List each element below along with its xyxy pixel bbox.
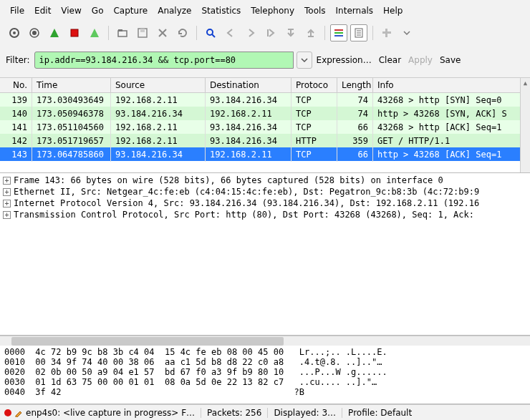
go-back-icon[interactable] — [222, 24, 239, 41]
table-row[interactable]: 141173.051104560192.168.2.1193.184.216.3… — [0, 120, 530, 134]
menu-go[interactable]: Go — [87, 4, 108, 17]
status-displayed: Displayed: 3… — [267, 408, 336, 418]
scroll-up-icon[interactable]: ▲ — [521, 78, 530, 88]
auto-scroll-icon[interactable] — [350, 24, 367, 41]
menu-capture[interactable]: Capture — [109, 4, 152, 17]
svg-rect-14 — [334, 32, 343, 34]
status-interface: enp4s0: <live capture in progress> F… — [26, 408, 195, 418]
toolbar-separator — [196, 26, 197, 40]
svg-point-1 — [13, 31, 16, 34]
packet-list-header: No. Time Source Destination Protoco Leng… — [0, 78, 530, 93]
go-last-icon[interactable] — [302, 24, 319, 41]
expand-icon[interactable]: + — [3, 188, 11, 196]
interfaces-icon[interactable] — [6, 24, 23, 41]
col-header-time[interactable]: Time — [32, 78, 111, 92]
menu-analyze[interactable]: Analyze — [153, 4, 196, 17]
svg-rect-8 — [140, 29, 145, 32]
colorize-icon[interactable] — [330, 24, 347, 41]
menu-help[interactable]: Help — [379, 4, 407, 17]
capture-options-icon[interactable] — [26, 24, 43, 41]
packet-bytes-pane[interactable]: 0000 4c 72 b9 9c b8 3b c4 04 15 4c fe eb… — [0, 346, 530, 404]
filter-bar: Filter: Expression… Clear Apply Save — [0, 44, 530, 77]
start-capture-icon[interactable] — [46, 24, 63, 41]
svg-rect-6 — [118, 29, 122, 31]
statusbar: enp4s0: <live capture in progress> F… Pa… — [0, 404, 530, 420]
capture-status-icon — [4, 409, 11, 416]
svg-line-10 — [212, 34, 215, 37]
svg-rect-4 — [71, 29, 78, 36]
filter-save-link[interactable]: Save — [440, 55, 461, 65]
col-header-no[interactable]: No. — [0, 78, 32, 92]
edit-capture-icon[interactable] — [14, 409, 23, 417]
filter-input[interactable] — [34, 52, 294, 69]
scrollbar-thumb[interactable] — [11, 337, 284, 346]
svg-rect-5 — [118, 31, 127, 36]
tree-node[interactable]: +Internet Protocol Version 4, Src: 93.18… — [3, 197, 527, 209]
menu-tools[interactable]: Tools — [300, 4, 330, 17]
zoom-in-icon[interactable] — [378, 24, 395, 41]
menubar: File Edit View Go Capture Analyze Statis… — [0, 0, 530, 21]
save-icon[interactable] — [134, 24, 151, 41]
vertical-scrollbar[interactable]: ▲ — [520, 78, 530, 172]
restart-capture-icon[interactable] — [86, 24, 103, 41]
col-header-length[interactable]: Length — [337, 78, 373, 92]
close-icon[interactable] — [154, 24, 171, 41]
horizontal-scrollbar[interactable] — [0, 336, 530, 346]
table-row[interactable]: 140173.05094637893.184.216.34192.168.2.1… — [0, 107, 530, 120]
svg-point-9 — [207, 29, 213, 35]
col-header-destination[interactable]: Destination — [206, 78, 292, 92]
table-row[interactable]: 139173.030493649192.168.2.1193.184.216.3… — [0, 93, 530, 107]
filter-expression-link[interactable]: Expression… — [317, 55, 372, 65]
svg-rect-21 — [382, 31, 391, 34]
toolbar-separator — [372, 26, 373, 40]
col-header-protocol[interactable]: Protoco — [292, 78, 337, 92]
stop-capture-icon[interactable] — [66, 24, 83, 41]
svg-rect-15 — [334, 35, 343, 36]
tree-node[interactable]: +Ethernet II, Src: Netgear_4c:fe:eb (c4:… — [3, 186, 527, 197]
tree-node[interactable]: +Frame 143: 66 bytes on wire (528 bits),… — [3, 175, 527, 186]
reload-icon[interactable] — [174, 24, 191, 41]
svg-point-3 — [32, 31, 37, 35]
go-to-packet-icon[interactable] — [262, 24, 279, 41]
packet-details-pane: +Frame 143: 66 bytes on wire (528 bits),… — [0, 173, 530, 336]
find-icon[interactable] — [202, 24, 219, 41]
menu-view[interactable]: View — [57, 4, 85, 17]
dropdown-icon[interactable] — [398, 24, 415, 41]
table-row[interactable]: 142173.051719657192.168.2.1193.184.216.3… — [0, 134, 530, 147]
chevron-down-icon — [301, 57, 308, 64]
filter-label: Filter: — [6, 55, 30, 65]
menu-telephony[interactable]: Telephony — [246, 4, 299, 17]
tree-node[interactable]: +Transmission Control Protocol, Src Port… — [3, 209, 527, 220]
go-first-icon[interactable] — [282, 24, 299, 41]
menu-file[interactable]: File — [6, 4, 29, 17]
open-icon[interactable] — [114, 24, 131, 41]
toolbar-separator — [108, 26, 109, 40]
menu-internals[interactable]: Internals — [332, 4, 378, 17]
menu-statistics[interactable]: Statistics — [197, 4, 245, 17]
table-row[interactable]: 143173.06478586093.184.216.34192.168.2.1… — [0, 147, 530, 161]
filter-apply-link[interactable]: Apply — [408, 55, 433, 65]
col-header-info[interactable]: Info — [373, 78, 530, 92]
menu-edit[interactable]: Edit — [30, 4, 55, 17]
expand-icon[interactable]: + — [3, 211, 11, 219]
go-forward-icon[interactable] — [242, 24, 259, 41]
filter-dropdown-button[interactable] — [297, 52, 312, 69]
status-profile[interactable]: Profile: Default — [342, 408, 412, 418]
toolbar-separator — [324, 26, 325, 40]
filter-clear-link[interactable]: Clear — [379, 55, 401, 65]
svg-rect-13 — [334, 29, 343, 31]
packet-list-pane: No. Time Source Destination Protoco Leng… — [0, 77, 530, 173]
status-packets: Packets: 256 — [201, 408, 261, 418]
expand-icon[interactable]: + — [3, 200, 11, 207]
expand-icon[interactable]: + — [3, 177, 11, 185]
col-header-source[interactable]: Source — [111, 78, 206, 92]
packet-list-body: 139173.030493649192.168.2.1193.184.216.3… — [0, 93, 530, 161]
toolbar — [0, 21, 530, 44]
